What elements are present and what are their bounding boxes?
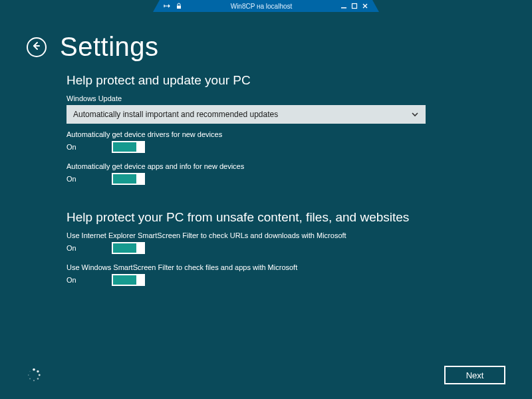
svg-point-9 (28, 374, 29, 376)
ie-smartscreen-switch[interactable] (112, 242, 145, 254)
page-title: Settings (60, 32, 159, 62)
loading-spinner-icon (27, 368, 41, 382)
apps-toggle-state: On (66, 175, 80, 183)
ie-smartscreen-row: Use Internet Explorer SmartScreen Filter… (66, 231, 492, 254)
footer: Next (27, 366, 505, 384)
svg-point-3 (33, 368, 35, 371)
windows-update-value: Automatically install important and reco… (73, 110, 278, 119)
driver-toggle-row: Automatically get device drivers for new… (66, 130, 492, 153)
header-row: Settings (27, 32, 159, 62)
svg-point-4 (37, 370, 39, 372)
driver-toggle-state: On (66, 143, 80, 151)
toggle-thumb (136, 243, 144, 253)
chevron-down-icon (411, 110, 419, 119)
driver-toggle-label: Automatically get device drivers for new… (66, 130, 492, 138)
win-smartscreen-state: On (66, 276, 80, 284)
windows-update-select[interactable]: Automatically install important and reco… (66, 105, 426, 124)
win-smartscreen-switch[interactable] (112, 274, 145, 286)
content-area: Help protect and update your PC Windows … (66, 73, 492, 352)
apps-toggle-switch[interactable] (112, 173, 145, 185)
windows-update-label: Windows Update (66, 94, 492, 102)
ie-smartscreen-label: Use Internet Explorer SmartScreen Filter… (66, 231, 492, 239)
settings-page: Settings Help protect and update your PC… (0, 0, 532, 399)
svg-point-5 (39, 374, 41, 376)
win-smartscreen-row: Use Windows SmartScreen Filter to check … (66, 263, 492, 286)
section-update-heading: Help protect and update your PC (66, 73, 492, 88)
back-arrow-icon (31, 41, 41, 53)
apps-toggle-row: Automatically get device apps and info f… (66, 162, 492, 185)
driver-toggle-switch[interactable] (112, 141, 145, 153)
section-protect-heading: Help protect your PC from unsafe content… (66, 210, 492, 225)
apps-toggle-label: Automatically get device apps and info f… (66, 162, 492, 170)
next-button-label: Next (466, 370, 484, 380)
back-button[interactable] (27, 37, 47, 57)
win-smartscreen-label: Use Windows SmartScreen Filter to check … (66, 263, 492, 271)
toggle-thumb (136, 174, 144, 184)
svg-point-7 (33, 380, 35, 381)
next-button[interactable]: Next (444, 366, 505, 384)
toggle-thumb (136, 142, 144, 152)
toggle-thumb (136, 275, 144, 285)
ie-smartscreen-state: On (66, 244, 80, 252)
svg-point-8 (29, 378, 31, 379)
svg-point-6 (37, 378, 39, 380)
svg-point-10 (29, 371, 31, 372)
